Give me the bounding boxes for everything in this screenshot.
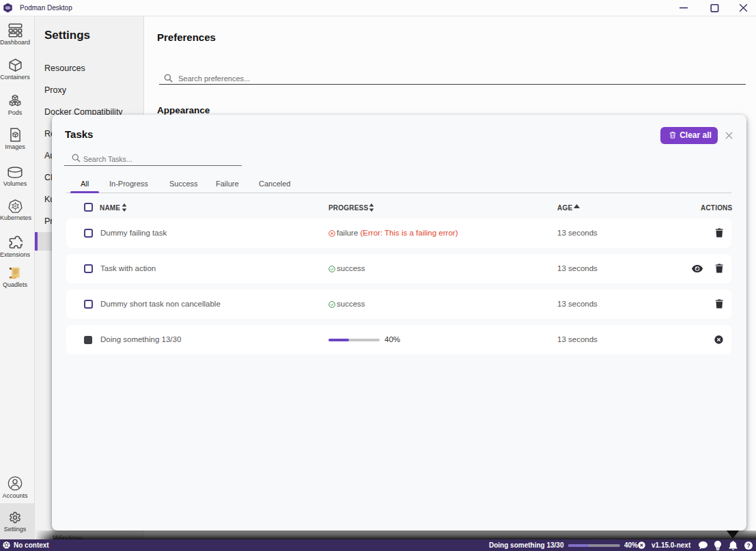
svg-text:?: ? [746,542,750,549]
